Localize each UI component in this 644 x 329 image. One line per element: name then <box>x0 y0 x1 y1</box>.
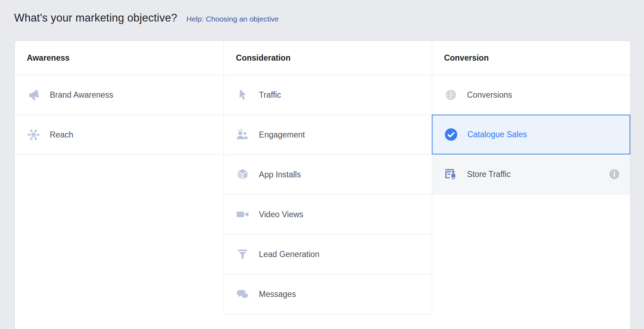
chat-bubbles-icon <box>235 287 250 301</box>
video-camera-icon <box>235 207 250 221</box>
objective-store-traffic[interactable]: Store Traffic <box>432 154 630 194</box>
objective-label: Conversions <box>467 90 512 100</box>
objective-video-views[interactable]: Video Views <box>223 195 432 234</box>
reach-network-icon <box>26 128 41 142</box>
objective-label: Store Traffic <box>467 170 511 179</box>
funnel-icon <box>235 247 250 261</box>
help-link[interactable]: Help: Choosing an objective <box>186 15 279 23</box>
column-conversion: Conversion Conversions Catalogue Sales S… <box>432 41 630 194</box>
objective-lead-generation[interactable]: Lead Generation <box>223 234 432 274</box>
objective-traffic[interactable]: Traffic <box>223 75 432 115</box>
storefront-icon <box>444 167 458 181</box>
objective-engagement[interactable]: Engagement <box>223 115 432 155</box>
objective-label: Reach <box>50 130 73 140</box>
megaphone-icon <box>26 88 41 102</box>
objective-catalogue-sales[interactable]: Catalogue Sales <box>432 115 630 154</box>
objective-brand-awareness[interactable]: Brand Awareness <box>15 75 223 115</box>
objective-label: Messages <box>259 290 296 299</box>
people-engagement-icon <box>235 128 250 142</box>
objective-app-installs[interactable]: App Installs <box>223 155 432 195</box>
column-header-conversion: Conversion <box>432 41 630 75</box>
objective-label: Catalogue Sales <box>467 130 527 139</box>
cursor-icon <box>235 88 250 102</box>
column-consideration: Consideration Traffic Engagement App Ins… <box>223 41 432 314</box>
globe-icon <box>444 88 458 102</box>
check-circle-icon <box>444 128 458 142</box>
objective-label: Traffic <box>259 90 281 100</box>
objective-label: App Installs <box>259 170 301 179</box>
objective-panel: Awareness Brand Awareness Reach Consider… <box>14 41 631 329</box>
objective-label: Lead Generation <box>259 250 319 259</box>
objective-messages[interactable]: Messages <box>223 274 432 314</box>
info-icon[interactable] <box>609 169 620 179</box>
objective-label: Brand Awareness <box>50 90 113 100</box>
column-awareness: Awareness Brand Awareness Reach <box>15 41 223 155</box>
page-title: What's your marketing objective? <box>14 12 177 24</box>
column-header-consideration: Consideration <box>223 41 432 75</box>
cube-icon <box>235 167 250 182</box>
objective-reach[interactable]: Reach <box>15 115 223 155</box>
objective-label: Engagement <box>259 130 305 140</box>
objective-label: Video Views <box>259 210 303 219</box>
page-header: What's your marketing objective? Help: C… <box>14 12 279 24</box>
objective-screen: { "header": { "title": "What's your mark… <box>0 0 644 329</box>
objective-conversions[interactable]: Conversions <box>432 75 630 115</box>
column-header-awareness: Awareness <box>15 41 223 75</box>
